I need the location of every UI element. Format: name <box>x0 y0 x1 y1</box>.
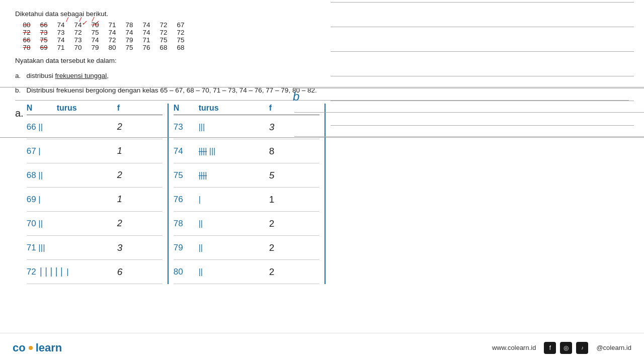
cell-f: 5 <box>269 170 294 181</box>
num-72-r1a: 72 <box>158 21 169 29</box>
cell-n: 71 ||| <box>27 243 57 253</box>
num-74-r2b: 74 <box>124 29 135 36</box>
cell-f: 2 <box>117 170 142 180</box>
num-74-r3: 74 <box>55 36 66 44</box>
num-74-r2a: 74 <box>107 29 118 36</box>
tiktok-icon: ♪ <box>576 342 588 354</box>
right-line <box>331 125 634 126</box>
full-divider-2 <box>0 137 644 138</box>
social-handle: @colearn.id <box>596 344 631 351</box>
header-n-left: N <box>27 104 57 113</box>
num-75-r4: 75 <box>124 44 135 51</box>
num-80: 80 <box>21 21 32 29</box>
header-n-right: N <box>174 104 199 113</box>
cell-turus: |||| <box>199 171 269 180</box>
num-79-r3: 79 <box>124 36 135 44</box>
cell-f: 1 <box>117 146 142 156</box>
table-row: 67 | 1 <box>27 139 163 163</box>
right-panel: b <box>326 104 629 284</box>
table-row: 79 || 2 <box>174 236 319 260</box>
cell-f: 2 <box>269 242 294 253</box>
table-row: 72 ||||| | 6 <box>27 260 163 284</box>
table-row: 75 |||| 5 <box>174 163 319 188</box>
num-73-r2: 73 <box>38 29 49 36</box>
logo-dot <box>29 346 33 350</box>
num-79-r4: 79 <box>90 44 101 51</box>
cell-n: 68 || <box>27 170 57 180</box>
cell-f: 8 <box>269 146 294 157</box>
num-78-r1: 78 <box>124 21 135 29</box>
cell-f: 6 <box>117 266 142 278</box>
cell-turus: || <box>199 219 269 228</box>
num-71-r3: 71 <box>141 36 152 44</box>
instagram-icon: ◎ <box>560 342 572 354</box>
cell-f: 2 <box>269 266 294 278</box>
cell-f: 3 <box>269 122 294 133</box>
table-section-label: a. <box>15 108 24 284</box>
logo-text: co <box>13 341 26 354</box>
cell-turus: |||| ||| <box>199 147 269 156</box>
cell-n: 78 <box>174 219 199 229</box>
table-row: 70 || 2 <box>27 212 163 236</box>
cell-turus: || <box>199 243 269 252</box>
logo-learn: learn <box>36 341 62 354</box>
num-68-r4b: 68 <box>175 44 186 51</box>
table-row: 73 ||| 3 <box>174 115 319 139</box>
cell-f: 1 <box>269 194 294 205</box>
num-66-r1: 66 <box>38 21 49 29</box>
table-row: 80 || 2 <box>174 260 319 284</box>
table-header-left: N turus f <box>27 104 163 115</box>
cell-f: 1 <box>117 194 142 205</box>
cell-turus: | <box>199 195 269 204</box>
cell-n: 79 <box>174 243 199 253</box>
num-67-r1: 67 <box>175 21 186 29</box>
num-71-r4: 71 <box>55 44 66 51</box>
cell-n: 76 <box>174 195 199 205</box>
table-row: 68 || 2 <box>27 163 163 188</box>
cell-f: 2 <box>117 122 142 132</box>
cell-n: 75 <box>174 170 199 180</box>
header-turus-left: turus <box>57 104 117 113</box>
full-divider-1 <box>0 87 644 87</box>
table-header-right: N turus f <box>174 104 319 115</box>
num-73-r3: 73 <box>72 36 84 44</box>
table-row: 66 || 2 <box>27 115 163 139</box>
cell-turus: || <box>199 267 269 277</box>
num-72-r3: 72 <box>107 36 118 44</box>
num-68-r4: 68 <box>158 44 169 51</box>
num-74-r1c: 74 <box>141 21 152 29</box>
num-73-r2b: 73 <box>55 29 66 36</box>
cell-n: 73 <box>174 122 199 132</box>
right-lines <box>331 0 634 126</box>
right-area-line-1 <box>294 88 644 88</box>
num-75-r3: 75 <box>38 36 49 44</box>
right-area-line-2 <box>294 112 644 113</box>
num-72-r2: 72 <box>21 29 32 36</box>
right-area-line-3 <box>294 136 644 137</box>
num-80-r4: 80 <box>107 44 118 51</box>
table-section: a. N turus f 66 || 2 67 | 1 68 || <box>15 104 629 284</box>
social-icons: f ◎ ♪ <box>544 342 588 354</box>
cell-f: 2 <box>269 218 294 229</box>
num-72-r2b: 72 <box>72 29 84 36</box>
facebook-icon: f <box>544 342 556 354</box>
num-66-r3: 66 <box>21 36 32 44</box>
right-line <box>331 76 634 76</box>
right-line <box>331 2 634 3</box>
b-label-positioned: b <box>293 89 299 104</box>
website: www.colearn.id <box>492 344 536 351</box>
right-line <box>331 27 634 27</box>
num-70-r4: 70 <box>72 44 84 51</box>
footer-right: www.colearn.id f ◎ ♪ @colearn.id <box>492 342 631 354</box>
table-row: 74 |||| ||| 8 <box>174 139 319 163</box>
num-75-r3c: 75 <box>175 36 186 44</box>
header-f-left: f <box>117 104 142 113</box>
right-line <box>331 51 634 52</box>
cell-f: 2 <box>117 218 142 229</box>
cell-n: 69 | <box>27 195 57 205</box>
cell-n: 66 || <box>27 122 57 132</box>
num-75-r2: 75 <box>90 29 101 36</box>
table-row: 69 | 1 <box>27 188 163 212</box>
num-75-r3b: 75 <box>158 36 169 44</box>
right-table: N turus f 73 ||| 3 74 |||| ||| 8 75 ||||… <box>174 104 319 284</box>
